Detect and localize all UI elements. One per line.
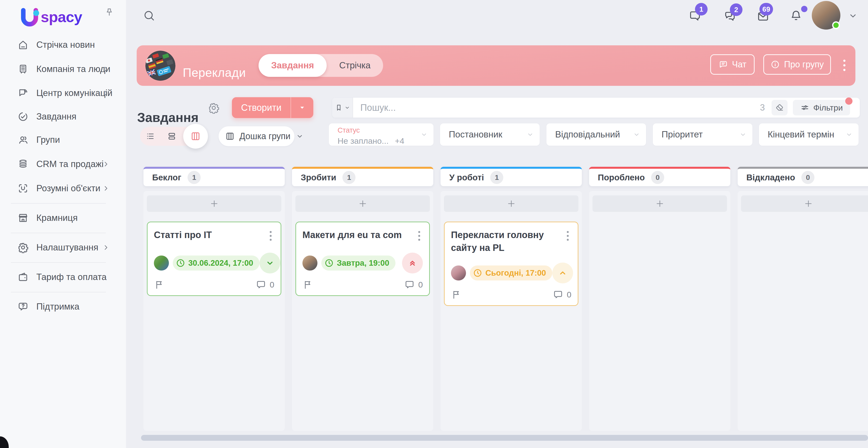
rows-view-icon[interactable] (161, 127, 182, 146)
kanban-column-done: Пороблено 0 (589, 167, 731, 431)
sidebar-divider (11, 233, 106, 233)
comments-count: 0 (418, 280, 423, 290)
clock-icon (473, 268, 483, 278)
group-chat-button[interactable]: Чат (710, 54, 754, 74)
column-header[interactable]: У роботі 1 (440, 167, 582, 186)
column-body (589, 191, 731, 431)
add-card-button[interactable] (741, 196, 868, 212)
horizontal-scrollbar[interactable] (141, 435, 868, 441)
column-count-badge: 0 (651, 171, 664, 184)
comments-indicator[interactable]: 0 (553, 289, 571, 300)
uspacy-app: spacy Стрічка новин Компанія та люди (0, 0, 868, 448)
add-card-button[interactable] (147, 196, 281, 212)
comments-count: 0 (567, 290, 571, 299)
filter-chip-responsible[interactable]: Відповідальний (547, 123, 646, 146)
tab-feed[interactable]: Стрічка (327, 54, 383, 77)
group-banner: Переклади Завдання Стрічка Чат Про групу (137, 45, 856, 86)
tab-tasks[interactable]: Завдання (258, 54, 327, 77)
sidebar-item-tasks[interactable]: Завдання (0, 107, 126, 126)
assignee-avatar[interactable] (154, 256, 169, 271)
add-card-button[interactable] (296, 196, 430, 212)
uspacy-logo[interactable]: spacy (19, 7, 82, 29)
assignee-avatar[interactable] (451, 265, 466, 280)
group-tabs: Завдання Стрічка (258, 54, 383, 77)
due-date-pill[interactable]: Сьогодні, 17:00 (470, 265, 552, 280)
task-card[interactable]: Макети для eu та com Завтра, 19:00 (296, 221, 430, 296)
clock-icon (324, 258, 334, 268)
comments-indicator[interactable]: 0 (404, 279, 423, 290)
sidebar-item-settings[interactable]: Налаштування (0, 238, 126, 257)
group-menu-kebab-icon[interactable] (839, 57, 849, 73)
create-dropdown-caret-icon[interactable] (291, 103, 313, 112)
sidebar-item-news-feed[interactable]: Стрічка новин (0, 35, 126, 55)
filter-chip-status[interactable]: Статус Не заплано... +4 (329, 123, 434, 146)
priority-highest-double-chevron-up-icon[interactable] (402, 252, 423, 273)
board-select[interactable]: Дошка групи (219, 126, 294, 146)
due-date-pill[interactable]: 30.06.2024, 17:00 (173, 256, 259, 271)
saved-filters-segment[interactable] (332, 98, 353, 118)
flag-icon[interactable] (303, 279, 313, 290)
column-header[interactable]: Відкладено 0 (738, 167, 868, 186)
column-header[interactable]: Беклог 1 (144, 167, 285, 186)
sidebar-item-crm[interactable]: CRM та продажі (0, 154, 126, 174)
status-filter-extra: +4 (395, 136, 404, 146)
group-chat-label: Чат (732, 59, 747, 69)
filter-chip-originator[interactable]: Постановник (440, 123, 540, 146)
filter-chip-deadline[interactable]: Кінцевий термін (759, 123, 859, 146)
kanban-view-icon[interactable] (183, 124, 208, 149)
chevron-down-icon (296, 132, 304, 140)
group-avatar[interactable] (145, 51, 176, 81)
chevron-right-icon (102, 65, 110, 73)
sidebar-item-billing[interactable]: Тариф та оплата (0, 267, 126, 287)
assignee-avatar[interactable] (303, 256, 317, 271)
sidebar-item-groups[interactable]: Групи (0, 130, 126, 150)
filters-button[interactable]: Фільтри (793, 100, 850, 115)
mail-badge: 69 (760, 3, 773, 16)
users-icon (18, 134, 29, 145)
task-card[interactable]: Перекласти головну сайту на PL Сьогодні,… (444, 221, 579, 306)
sidebar-item-label: Завдання (36, 112, 76, 122)
search-input[interactable] (353, 102, 760, 113)
about-group-button[interactable]: Про групу (763, 54, 831, 74)
due-date-label: Завтра, 19:00 (337, 259, 389, 268)
status-filter-value: Не заплано... (338, 136, 389, 146)
view-switcher (140, 127, 208, 146)
card-menu-kebab-icon[interactable] (564, 229, 571, 241)
priority-low-chevron-down-icon[interactable] (259, 252, 280, 273)
comments-indicator[interactable]: 0 (256, 279, 274, 290)
sidebar-item-smart-objects[interactable]: Розумні об'єкти (0, 179, 126, 198)
column-title: Беклог (152, 173, 181, 182)
flag-icon[interactable] (451, 289, 462, 300)
filter-chip-priority[interactable]: Пріоритет (653, 123, 752, 146)
tasks-settings-gear-icon[interactable] (207, 102, 221, 114)
add-card-button[interactable] (444, 196, 579, 212)
due-date-pill[interactable]: Завтра, 19:00 (321, 256, 396, 271)
clear-filters-eraser-icon[interactable] (772, 100, 787, 115)
sidebar-item-communications[interactable]: Центр комунікацій (0, 83, 126, 103)
global-search-icon[interactable] (141, 9, 157, 22)
column-header[interactable]: Пороблено 0 (589, 167, 731, 186)
priority-high-chevron-up-icon[interactable] (552, 263, 573, 283)
column-header[interactable]: Зробити 1 (292, 167, 433, 186)
sidebar-item-label: Стрічка новин (36, 40, 95, 50)
sidebar-item-support[interactable]: Підтримка (0, 297, 126, 316)
sidebar-divider (11, 262, 106, 263)
add-card-button[interactable] (592, 196, 727, 212)
profile-menu-chevron-icon[interactable] (847, 11, 859, 21)
column-body (738, 191, 868, 431)
task-title: Перекласти головну сайту на PL (451, 229, 564, 254)
card-menu-kebab-icon[interactable] (415, 229, 423, 241)
sidebar-divider (11, 203, 106, 204)
sidebar-item-company[interactable]: Компанія та люди (0, 59, 126, 79)
task-card[interactable]: Статті про ІТ 30.06.2024, 17:00 (147, 221, 281, 296)
create-task-button[interactable]: Створити (232, 97, 313, 118)
card-menu-kebab-icon[interactable] (267, 229, 274, 241)
sidebar-item-store[interactable]: Крамниця (0, 208, 126, 228)
user-avatar[interactable] (812, 1, 840, 30)
filters-label: Фільтри (813, 103, 843, 113)
comments-count: 0 (270, 280, 274, 290)
flag-icon[interactable] (154, 279, 164, 290)
building-icon (18, 63, 29, 74)
sidebar-pin-icon[interactable] (104, 7, 115, 19)
list-view-icon[interactable] (140, 127, 161, 146)
